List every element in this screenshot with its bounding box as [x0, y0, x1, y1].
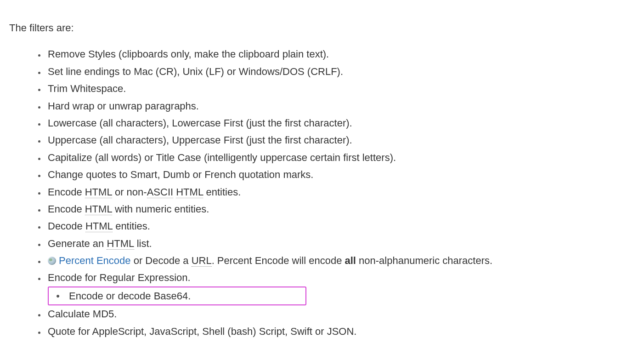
intro-text: The filters are:	[9, 19, 635, 36]
list-item: Capitalize (all words) or Title Case (in…	[46, 149, 635, 166]
bold-text: all	[345, 255, 356, 266]
abbr-url: URL	[192, 255, 212, 267]
abbr-html: HTML	[85, 220, 113, 232]
list-item: Generate an HTML list.	[46, 235, 635, 252]
list-item: Change quotes to Smart, Dumb or French q…	[46, 166, 635, 183]
abbr-html: HTML	[176, 186, 203, 198]
list-item: Remove Styles (clipboards only, make the…	[46, 46, 635, 63]
list-item: Decode HTML entities.	[46, 218, 635, 235]
list-item: Percent Encode or Decode a URL. Percent …	[46, 252, 635, 269]
list-item: Encode for Regular Expression.	[46, 269, 635, 286]
list-item-text: Encode or decode Base64.	[49, 290, 191, 302]
link-percent-encode[interactable]: Percent Encode	[59, 255, 131, 266]
globe-icon	[48, 257, 56, 265]
list-item: Lowercase (all characters), Lowercase Fi…	[46, 115, 635, 132]
list-item: Trim Whitespace.	[46, 80, 635, 97]
list-item: Uppercase (all characters), Uppercase Fi…	[46, 132, 635, 149]
filters-list: Remove Styles (clipboards only, make the…	[9, 46, 635, 340]
list-item: Hard wrap or unwrap paragraphs.	[46, 97, 635, 115]
abbr-html: HTML	[85, 186, 112, 198]
abbr-ascii: ASCII	[147, 186, 173, 198]
abbr-html: HTML	[85, 203, 112, 215]
list-item: Quote for AppleScript, JavaScript, Shell…	[46, 323, 635, 340]
list-item: Encode HTML with numeric entities.	[46, 201, 635, 218]
list-item: Set line endings to Mac (CR), Unix (LF) …	[46, 63, 635, 80]
list-item: Encode or decode Base64.	[46, 287, 635, 305]
list-item: Calculate MD5.	[46, 305, 635, 322]
abbr-html: HTML	[107, 238, 134, 250]
list-item: Encode HTML or non-ASCII HTML entities.	[46, 183, 635, 201]
highlight-box: Encode or decode Base64.	[48, 287, 306, 305]
